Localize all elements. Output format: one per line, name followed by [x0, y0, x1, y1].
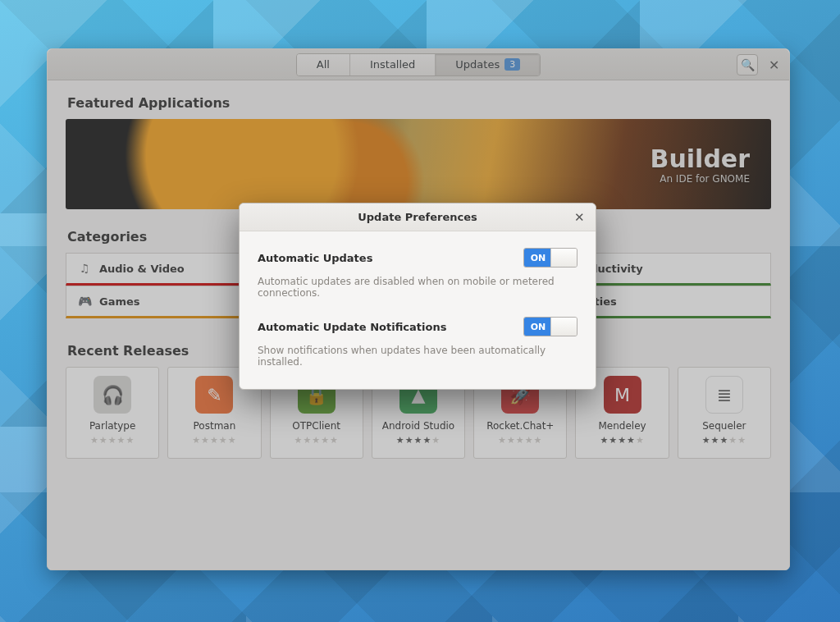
switch-on-text: ON	[524, 318, 552, 336]
dialog-close-button[interactable]: ✕	[569, 208, 589, 227]
switch-on-text: ON	[524, 249, 552, 267]
switch-knob	[550, 249, 577, 267]
close-icon: ✕	[574, 210, 585, 224]
dialog-header: Update Preferences ✕	[240, 204, 596, 231]
automatic-notifications-description: Show notifications when updates have bee…	[258, 345, 578, 368]
automatic-notifications-toggle[interactable]: ON	[523, 317, 578, 336]
update-preferences-dialog: Update Preferences ✕ Automatic Updates O…	[239, 203, 596, 390]
automatic-updates-label: Automatic Updates	[258, 252, 372, 264]
automatic-updates-toggle[interactable]: ON	[523, 248, 578, 268]
automatic-updates-description: Automatic updates are disabled when on m…	[258, 276, 578, 299]
automatic-notifications-label: Automatic Update Notifications	[258, 321, 446, 333]
switch-knob	[550, 318, 577, 336]
dialog-title: Update Preferences	[358, 211, 477, 223]
